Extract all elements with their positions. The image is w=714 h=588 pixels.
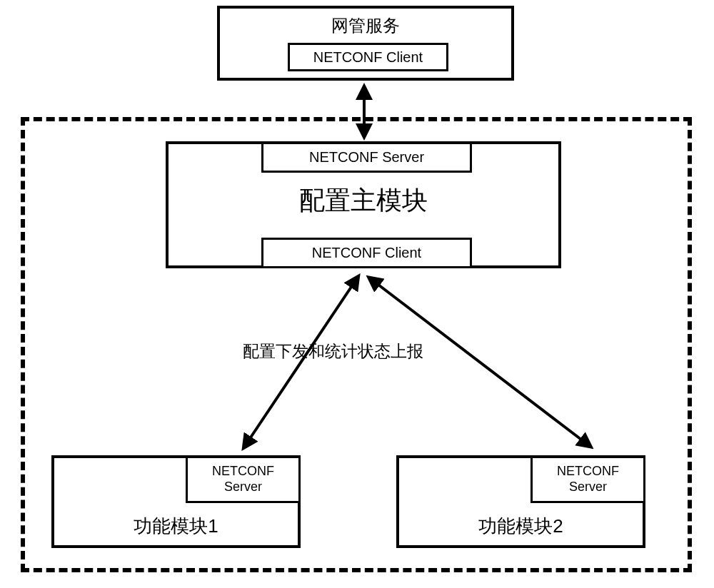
func-1-server-label: NETCONF Server (212, 464, 274, 495)
func-1-netconf-server: NETCONF Server (186, 458, 298, 503)
func-2-netconf-server: NETCONF Server (531, 458, 643, 503)
func-module-1: NETCONF Server 功能模块1 (51, 455, 301, 548)
arrow-label: 配置下发和统计状态上报 (243, 340, 423, 363)
func-2-server-label: NETCONF Server (557, 464, 619, 495)
main-netconf-client: NETCONF Client (261, 238, 472, 266)
diagram-container: 网管服务 NETCONF Client NETCONF Server 配置主模块… (0, 0, 714, 588)
top-management-box: 网管服务 NETCONF Client (217, 6, 514, 81)
top-box-title: 网管服务 (220, 9, 511, 37)
func-module-2: NETCONF Server 功能模块2 (396, 455, 645, 548)
main-netconf-server: NETCONF Server (261, 144, 472, 173)
main-config-module: NETCONF Server 配置主模块 NETCONF Client (166, 141, 561, 268)
top-netconf-client: NETCONF Client (288, 43, 448, 71)
